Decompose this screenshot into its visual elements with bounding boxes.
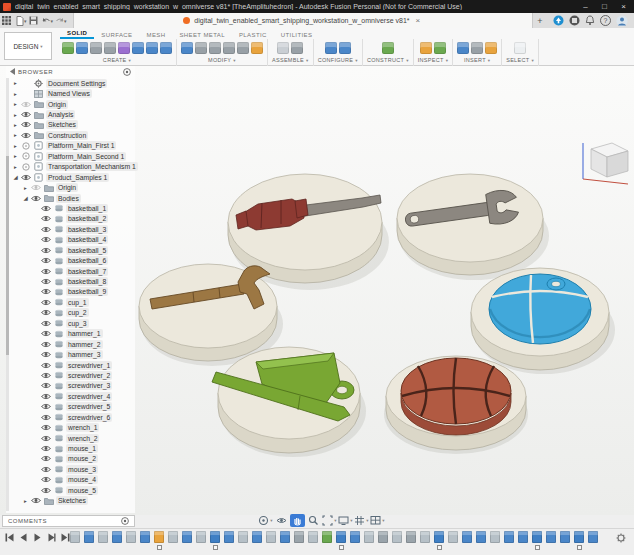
create-sketch-icon[interactable]	[62, 42, 74, 54]
timeline-feature-sketch[interactable]	[70, 531, 80, 550]
visibility-eye-icon[interactable]	[41, 393, 51, 400]
move-feature-icon[interactable]	[406, 531, 416, 543]
timeline-skip-end-button[interactable]	[60, 532, 70, 542]
browser-item-label[interactable]: basketball_9	[66, 287, 108, 296]
timeline-feature-extrude[interactable]	[84, 531, 94, 550]
visibility-eye-icon[interactable]	[41, 330, 51, 337]
browser-item-screwdriver_3[interactable]: screwdriver_3	[12, 381, 135, 391]
browser-scrollbar-thumb[interactable]	[6, 156, 9, 355]
browser-item-mouse_1[interactable]: mouse_1	[12, 443, 135, 453]
flag-feature-icon[interactable]	[434, 531, 444, 543]
timeline-feature-move[interactable]	[378, 531, 388, 550]
timeline-feature-sketch[interactable]	[98, 531, 108, 550]
sketch-feature-icon[interactable]	[364, 531, 374, 543]
timeline-feature-flag[interactable]	[532, 531, 542, 550]
sketch-feature-icon[interactable]	[420, 531, 430, 543]
visibility-eye-icon[interactable]	[41, 435, 51, 442]
timeline-feature-extrude[interactable]	[140, 531, 150, 550]
browser-item-label[interactable]: hammer_3	[66, 350, 103, 359]
browser-item-screwdriver_1[interactable]: screwdriver_1	[12, 360, 135, 370]
fit-button[interactable]: ▾	[322, 514, 337, 527]
extrude-feature-icon[interactable]	[546, 531, 556, 543]
expanded-arrow-icon[interactable]: ◢	[12, 174, 19, 180]
joint-icon[interactable]	[291, 42, 303, 54]
visibility-eye-icon[interactable]	[41, 247, 51, 254]
timeline-feature-sketch[interactable]	[392, 531, 402, 550]
visibility-eye-icon[interactable]	[31, 184, 41, 191]
browser-item-label[interactable]: Document Settings	[46, 79, 107, 88]
minimize-button[interactable]: –	[578, 0, 593, 13]
extrude-feature-icon[interactable]	[280, 531, 290, 543]
extensions-icon[interactable]	[569, 15, 580, 26]
timeline-feature-sketch[interactable]	[266, 531, 276, 550]
timeline-step-forward-button[interactable]	[46, 532, 56, 542]
visibility-eye-icon[interactable]	[41, 424, 51, 431]
flag-feature-icon[interactable]	[532, 531, 542, 543]
timeline-feature-extrude[interactable]	[504, 531, 514, 550]
create-form-icon[interactable]	[118, 42, 130, 54]
activate-radio-icon[interactable]	[21, 142, 31, 150]
design-workspace-menu[interactable]: DESIGN ▾	[4, 32, 52, 60]
timeline-feature-sketch[interactable]	[126, 531, 136, 550]
browser-item-label[interactable]: mouse_1	[66, 444, 98, 453]
ribbon-tab-mesh[interactable]: MESH	[139, 32, 172, 39]
browser-item-label[interactable]: screwdriver_1	[66, 361, 112, 370]
sweep-icon[interactable]	[104, 42, 116, 54]
sketch-feature-icon[interactable]	[392, 531, 402, 543]
browser-item-mouse_2[interactable]: mouse_2	[12, 454, 135, 464]
visibility-eye-icon[interactable]	[31, 497, 41, 504]
browser-item-cup_3[interactable]: cup_3	[12, 318, 135, 328]
browser-item-label[interactable]: basketball_4	[66, 235, 108, 244]
timeline-feature-sketch[interactable]	[168, 531, 178, 550]
new-component-icon[interactable]	[277, 42, 289, 54]
browser-item-product_samples-1[interactable]: ◢Product_Samples 1	[12, 172, 135, 182]
browser-item-hammer_1[interactable]: hammer_1	[12, 329, 135, 339]
browser-item-label[interactable]: basketball_7	[66, 267, 108, 276]
extrude-feature-icon[interactable]	[252, 531, 262, 543]
browser-item-label[interactable]: basketball_6	[66, 256, 108, 265]
collapsed-arrow-icon[interactable]: ▸	[12, 164, 19, 170]
ribbon-tab-surface[interactable]: SURFACE	[94, 32, 139, 39]
browser-item-sketches[interactable]: ▸Sketches	[12, 120, 135, 130]
activate-radio-icon[interactable]	[21, 163, 31, 171]
construction-plane-icon[interactable]	[382, 42, 394, 54]
visibility-eye-icon[interactable]	[41, 455, 51, 462]
orbit-button[interactable]: ▾	[258, 514, 273, 527]
document-tab[interactable]: digital_twin_enabled_smart_shipping_work…	[73, 13, 533, 28]
timeline-step-back-button[interactable]	[18, 532, 28, 542]
sketch-feature-icon[interactable]	[126, 531, 136, 543]
timeline-feature-extrude[interactable]	[462, 531, 472, 550]
app-grid-icon[interactable]	[0, 14, 13, 27]
flag-feature-icon[interactable]	[210, 531, 220, 543]
sketch-feature-icon[interactable]	[168, 531, 178, 543]
extrude-feature-icon[interactable]	[112, 531, 122, 543]
collapsed-arrow-icon[interactable]: ▸	[12, 101, 19, 107]
browser-item-origin[interactable]: ▸Origin	[12, 182, 135, 192]
extrude-feature-icon[interactable]	[350, 531, 360, 543]
save-icon[interactable]	[27, 14, 40, 27]
visibility-eye-icon[interactable]	[41, 372, 51, 379]
browser-item-transportation_mechanism-1[interactable]: ▸Transportation_Mechanism 1	[12, 162, 135, 172]
timeline-group-marker[interactable]	[157, 545, 162, 550]
browser-item-label[interactable]: mouse_2	[66, 454, 98, 463]
timeline-feature-sketch[interactable]	[196, 531, 206, 550]
browser-item-label[interactable]: cup_3	[66, 319, 89, 328]
timeline-feature-sketch[interactable]	[308, 531, 318, 550]
collapsed-arrow-icon[interactable]: ▸	[12, 91, 19, 97]
visibility-eye-icon[interactable]	[41, 382, 51, 389]
collapsed-arrow-icon[interactable]: ▸	[12, 122, 19, 128]
move-icon[interactable]	[251, 42, 263, 54]
browser-item-label[interactable]: basketball_1	[66, 204, 108, 213]
sketch-feature-icon[interactable]	[238, 531, 248, 543]
timeline-feature-extrude[interactable]	[112, 531, 122, 550]
green-feature-icon[interactable]	[322, 531, 332, 543]
browser-item-label[interactable]: Construction	[46, 131, 88, 140]
browser-item-label[interactable]: wrench_2	[66, 434, 99, 443]
browser-item-screwdriver_6[interactable]: screwdriver_6	[12, 412, 135, 422]
collapsed-arrow-icon[interactable]: ▸	[12, 143, 19, 149]
browser-item-platform_main_first-1[interactable]: ▸Platform_Main_First 1	[12, 141, 135, 151]
browser-item-label[interactable]: Transportation_Mechanism 1	[46, 162, 138, 171]
browser-item-label[interactable]: mouse_3	[66, 465, 98, 474]
browser-item-basketball_5[interactable]: basketball_5	[12, 245, 135, 255]
look-at-button[interactable]	[274, 514, 289, 527]
